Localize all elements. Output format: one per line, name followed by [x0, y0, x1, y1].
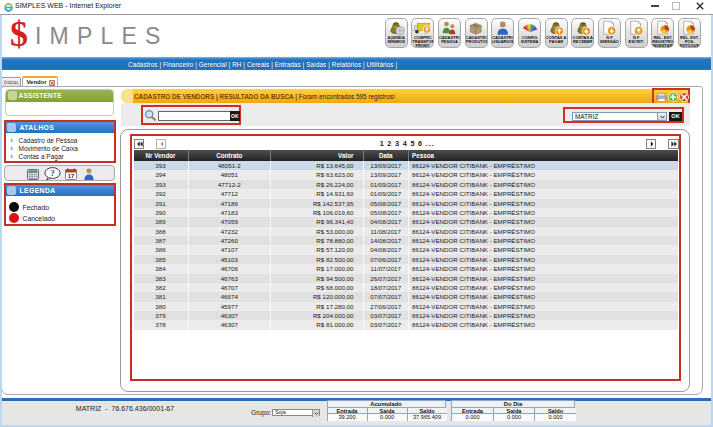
svg-text:?: ?: [50, 168, 55, 178]
svg-text:17: 17: [67, 172, 74, 178]
